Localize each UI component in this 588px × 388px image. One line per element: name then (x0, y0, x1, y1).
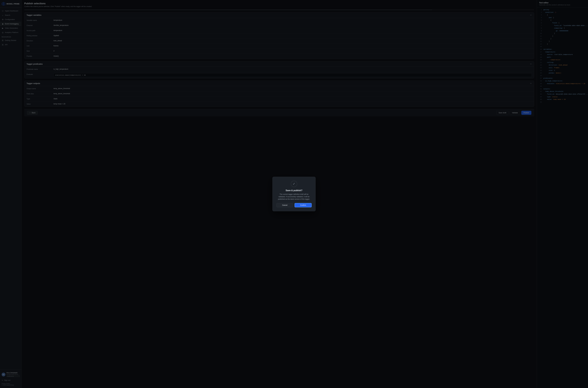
confirm-button[interactable]: Confirm (295, 203, 312, 207)
modal-overlay: ✓ Save & publish? The current tagger def… (0, 0, 588, 388)
modal-icon: ✓ (291, 181, 297, 187)
save-publish-modal: ✓ Save & publish? The current tagger def… (272, 177, 316, 211)
modal-description: The current tagger definition draft will… (276, 193, 312, 200)
modal-title: Save & publish? (276, 189, 312, 192)
cancel-button[interactable]: Cancel (276, 203, 293, 207)
modal-buttons: Cancel Confirm (276, 203, 312, 207)
